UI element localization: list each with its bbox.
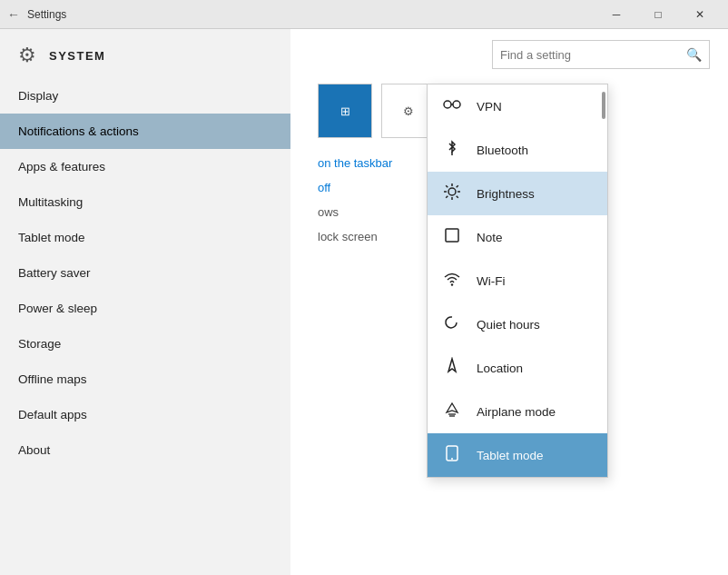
brightness-label: Brightness (477, 187, 535, 201)
dropdown-item-bluetooth[interactable]: Bluetooth (428, 128, 607, 172)
tablet-mode-label: Tablet mode (477, 449, 544, 462)
svg-point-19 (451, 458, 453, 460)
main-layout: ⚙ SYSTEM DisplayNotifications & actionsA… (0, 29, 728, 575)
dropdown-item-brightness[interactable]: Brightness (428, 172, 607, 215)
search-input[interactable] (500, 48, 686, 62)
quiet-icon (442, 313, 462, 335)
sidebar-item-apps[interactable]: Apps & features (0, 149, 290, 184)
bluetooth-icon (442, 139, 462, 161)
minimize-button[interactable]: ─ (595, 0, 637, 29)
location-label: Location (477, 362, 523, 375)
svg-point-1 (453, 101, 460, 108)
maximize-button[interactable]: □ (637, 0, 679, 29)
svg-line-9 (446, 185, 448, 187)
location-icon (442, 357, 462, 379)
dropdown-item-quiet[interactable]: Quiet hours (428, 302, 607, 346)
svg-point-0 (444, 101, 451, 108)
sidebar-item-tablet[interactable]: Tablet mode (0, 220, 290, 255)
sidebar-item-offline[interactable]: Offline maps (0, 362, 290, 397)
sidebar-nav: DisplayNotifications & actionsApps & fea… (0, 78, 290, 468)
airplane-label: Airplane mode (477, 405, 556, 419)
content-area: 🔍 ⊞ ⚙ on the taskbar off ows loc (290, 29, 728, 575)
search-icon: 🔍 (686, 47, 702, 62)
note-icon (442, 226, 462, 248)
off-link[interactable]: off (318, 181, 330, 194)
qa-icon-1: ⊞ (340, 104, 350, 118)
wifi-label: Wi-Fi (477, 274, 505, 288)
note-label: Note (477, 231, 503, 244)
vpn-icon (442, 95, 462, 117)
sidebar-item-storage[interactable]: Storage (0, 326, 290, 362)
sidebar-header: ⚙ SYSTEM (0, 29, 290, 78)
vpn-label: VPN (477, 100, 502, 114)
dropdown-list: VPNBluetoothBrightnessNoteWi-FiQuiet hou… (428, 84, 607, 477)
svg-point-4 (448, 188, 456, 195)
ows-text: ows (318, 205, 339, 219)
qa-icon-2: ⚙ (403, 104, 414, 118)
sidebar-item-about[interactable]: About (0, 432, 290, 468)
svg-line-11 (457, 185, 458, 187)
svg-rect-13 (446, 229, 458, 242)
taskbar-link[interactable]: on the taskbar (318, 156, 392, 170)
wifi-icon (442, 270, 462, 292)
sidebar-item-default[interactable]: Default apps (0, 397, 290, 432)
titlebar-controls: ─ □ ✕ (595, 0, 721, 29)
dropdown-item-airplane[interactable]: Airplane mode (428, 390, 607, 433)
svg-point-14 (451, 283, 453, 285)
titlebar: ← Settings ─ □ ✕ (0, 0, 728, 29)
brightness-icon (442, 183, 462, 204)
close-button[interactable]: ✕ (679, 0, 721, 29)
titlebar-title: Settings (27, 8, 595, 21)
sidebar: ⚙ SYSTEM DisplayNotifications & actionsA… (0, 29, 290, 575)
sidebar-item-power[interactable]: Power & sleep (0, 291, 290, 326)
quiet-label: Quiet hours (477, 318, 540, 332)
svg-line-10 (457, 196, 458, 198)
lock-text: lock screen (318, 230, 378, 243)
sidebar-item-battery[interactable]: Battery saver (0, 255, 290, 291)
sidebar-title: SYSTEM (49, 49, 105, 63)
search-bar[interactable]: 🔍 (492, 40, 710, 69)
quick-action-tile-1[interactable]: ⊞ (318, 84, 372, 138)
sidebar-item-display[interactable]: Display (0, 78, 290, 114)
dropdown-scrollable: VPNBluetoothBrightnessNoteWi-FiQuiet hou… (428, 84, 607, 477)
dropdown-item-vpn[interactable]: VPN (428, 84, 607, 128)
dropdown-menu[interactable]: VPNBluetoothBrightnessNoteWi-FiQuiet hou… (427, 84, 608, 478)
svg-line-12 (446, 196, 448, 198)
tablet-mode-icon (442, 444, 462, 466)
svg-marker-15 (448, 359, 456, 372)
settings-gear-icon: ⚙ (18, 44, 36, 67)
dropdown-item-location[interactable]: Location (428, 346, 607, 390)
dropdown-item-wifi[interactable]: Wi-Fi (428, 259, 607, 302)
bluetooth-label: Bluetooth (477, 144, 528, 157)
back-button[interactable]: ← (7, 7, 22, 22)
dropdown-item-note[interactable]: Note (428, 215, 607, 259)
sidebar-item-notifications[interactable]: Notifications & actions (0, 114, 290, 149)
dropdown-item-tablet-mode[interactable]: Tablet mode (428, 433, 607, 477)
scrollbar[interactable] (602, 92, 605, 119)
sidebar-item-multitasking[interactable]: Multitasking (0, 184, 290, 220)
airplane-icon (442, 401, 462, 422)
